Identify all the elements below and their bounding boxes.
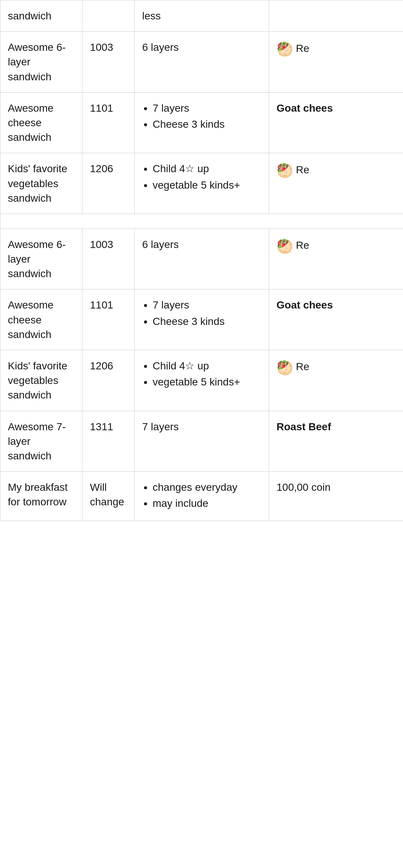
feature-item: Child 4☆ up xyxy=(153,359,261,373)
table-row: Awesome 6-layer sandwich10036 layers🥙Re xyxy=(0,229,403,289)
tag-label: Re xyxy=(296,238,309,252)
cell-features: 6 layers xyxy=(135,32,269,93)
cell-name: Awesome 6-layer sandwich xyxy=(0,32,82,93)
feature-item: Cheese 3 kinds xyxy=(153,117,261,131)
cell-name: My breakfast for tomorrow xyxy=(0,472,82,521)
cell-calories: 1003 xyxy=(82,32,135,93)
cell-tag: 🥙Re xyxy=(269,32,403,93)
cell-features: 7 layersCheese 3 kinds xyxy=(135,289,269,350)
tag-bold-label: Goat chees xyxy=(277,102,333,114)
sandwich-icon: 🥙 xyxy=(277,40,293,56)
tag-label: Re xyxy=(296,359,309,374)
cell-tag: Goat chees xyxy=(269,289,403,350)
cell-features: Child 4☆ upvegetable 5 kinds+ xyxy=(135,153,269,214)
cell-tag: 100,00 coin xyxy=(269,472,403,521)
table-row: My breakfast for tomorrowWill changechan… xyxy=(0,472,403,521)
tag-bold-label: Roast Beef xyxy=(277,421,331,433)
cell-calories: 1206 xyxy=(82,350,135,411)
tag-bold-label: Goat chees xyxy=(277,299,333,311)
cell-name: Kids' favorite vegetables sandwich xyxy=(0,350,82,411)
cell-tag: 🥙Re xyxy=(269,350,403,411)
feature-item: 7 layers xyxy=(153,298,261,312)
table-row: Awesome 6-layer sandwich10036 layers🥙Re xyxy=(0,32,403,93)
cell-name: Kids' favorite vegetables sandwich xyxy=(0,153,82,214)
cell-name: Awesome 6-layer sandwich xyxy=(0,229,82,289)
cell-name: Awesome cheese sandwich xyxy=(0,92,82,153)
feature-item: Child 4☆ up xyxy=(153,161,261,176)
table-row: Kids' favorite vegetables sandwich1206Ch… xyxy=(0,350,403,411)
cell-name: sandwich xyxy=(0,0,82,32)
cell-calories: 1101 xyxy=(82,92,135,153)
cell-tag: 🥙Re xyxy=(269,153,403,214)
main-table-container: sandwichlessAwesome 6-layer sandwich1003… xyxy=(0,0,403,521)
cell-features: 6 layers xyxy=(135,229,269,289)
cell-name: Awesome cheese sandwich xyxy=(0,289,82,350)
feature-item: Cheese 3 kinds xyxy=(153,314,261,329)
cell-features: Child 4☆ upvegetable 5 kinds+ xyxy=(135,350,269,411)
table-row: Awesome cheese sandwich11017 layersChees… xyxy=(0,92,403,153)
cell-tag xyxy=(269,0,403,32)
feature-item: 7 layers xyxy=(153,101,261,115)
tag-label: Re xyxy=(296,162,309,177)
table-row xyxy=(0,214,403,229)
cell-features: changes everydaymay include xyxy=(135,472,269,521)
cell-tag: 🥙Re xyxy=(269,229,403,289)
cell-calories: 1206 xyxy=(82,153,135,214)
feature-item: changes everyday xyxy=(153,480,261,495)
cell-name: Awesome 7-layer sandwich xyxy=(0,411,82,472)
cell-calories: 1311 xyxy=(82,411,135,472)
feature-item: vegetable 5 kinds+ xyxy=(153,375,261,389)
cell-calories: Will change xyxy=(82,472,135,521)
feature-item: may include xyxy=(153,496,261,511)
cell-calories: 1101 xyxy=(82,289,135,350)
cell-features: 7 layersCheese 3 kinds xyxy=(135,92,269,153)
cell-features: 7 layers xyxy=(135,411,269,472)
table-row: Awesome cheese sandwich11017 layersChees… xyxy=(0,289,403,350)
tag-label: Re xyxy=(296,41,309,56)
sandwich-icon: 🥙 xyxy=(277,359,293,375)
cell-calories xyxy=(82,0,135,32)
table-row: sandwichless xyxy=(0,0,403,32)
cell-calories: 1003 xyxy=(82,229,135,289)
cell-tag: Goat chees xyxy=(269,92,403,153)
menu-table: sandwichlessAwesome 6-layer sandwich1003… xyxy=(0,0,403,521)
cell-tag: Roast Beef xyxy=(269,411,403,472)
sandwich-icon: 🥙 xyxy=(277,237,293,254)
feature-item: vegetable 5 kinds+ xyxy=(153,178,261,192)
table-row: Kids' favorite vegetables sandwich1206Ch… xyxy=(0,153,403,214)
sandwich-icon: 🥙 xyxy=(277,161,293,178)
table-row: Awesome 7-layer sandwich13117 layersRoas… xyxy=(0,411,403,472)
cell-features: less xyxy=(135,0,269,32)
